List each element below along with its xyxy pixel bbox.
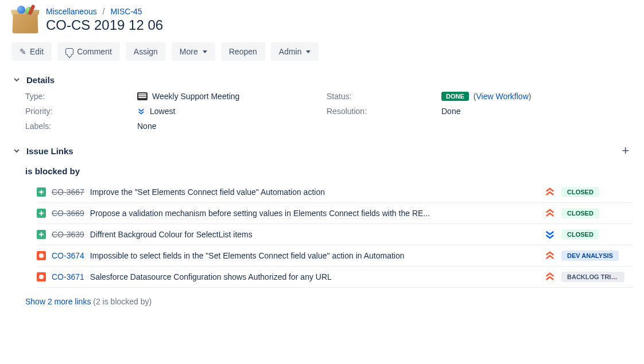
linked-issue-summary: Improve the "Set Elements Connect field … [90,187,538,197]
linked-issue-key[interactable]: CO-3639 [52,230,84,239]
issue-type-icon [37,272,46,281]
linked-issue-key[interactable]: CO-3674 [52,251,84,260]
priority-lowest-icon [137,107,145,115]
linked-issue-key[interactable]: CO-3669 [52,209,84,218]
status-label: Status: [327,92,441,101]
type-value: Weekly Support Meeting [137,92,327,101]
add-link-button[interactable]: + [618,143,633,158]
chevron-down-icon [306,50,311,53]
details-collapse-toggle[interactable] [11,75,22,85]
issue-type-icon [37,209,46,218]
action-toolbar: Edit Comment Assign More Reopen Admin [11,42,633,61]
project-avatar [11,6,39,33]
show-more-links: Show 2 more links (2 is blocked by) [11,297,633,306]
issue-title: CO-CS 2019 12 06 [46,17,163,33]
priority-icon [544,208,556,219]
edit-button[interactable]: Edit [11,42,52,61]
link-row[interactable]: CO-3669Propose a validation mechanism be… [37,203,633,224]
assign-button[interactable]: Assign [126,42,166,61]
issue-header: Miscellaneous / MISC-45 CO-CS 2019 12 06 [11,6,633,33]
comment-icon [65,48,73,55]
linked-issue-status: CLOSED [561,208,599,218]
linked-issue-key[interactable]: CO-3667 [52,187,84,197]
breadcrumb-project-link[interactable]: Miscellaneous [46,7,97,16]
meeting-icon [137,92,148,100]
priority-icon [544,250,556,261]
details-heading: Details [26,75,55,85]
link-row[interactable]: CO-3667Improve the "Set Elements Connect… [37,182,633,203]
links-collapse-toggle[interactable] [11,146,22,156]
resolution-value: Done [441,107,633,116]
linked-issue-key[interactable]: CO-3671 [52,272,84,281]
details-section: Details Type: Weekly Support Meeting Sta… [11,75,633,131]
link-row[interactable]: CO-3639Diffrent Backgroud Colour for Sel… [37,224,633,245]
chevron-down-icon [14,148,20,154]
type-label: Type: [25,92,137,101]
issue-type-icon [37,251,46,260]
linked-issue-status: CLOSED [561,187,599,197]
linked-issue-summary: Propose a validation mechanism before se… [90,209,538,218]
resolution-label: Resolution: [327,107,441,116]
issue-type-icon [37,187,46,197]
linked-issue-summary: Diffrent Backgroud Colour for SelectList… [90,230,538,239]
linked-issue-summary: Impossible to select fields in the "Set … [90,251,538,260]
breadcrumb-separator: / [103,7,105,16]
link-row[interactable]: CO-3671Salesforce Datasource Configurati… [37,267,633,288]
breadcrumb-issue-link[interactable]: MISC-45 [110,7,142,16]
reopen-button[interactable]: Reopen [221,42,265,61]
pencil-icon [20,47,26,56]
linked-issue-status: DEV ANALYSIS [561,251,619,261]
priority-value: Lowest [137,107,327,116]
show-more-detail: (2 is blocked by) [93,297,152,306]
issue-type-icon [37,230,46,239]
view-workflow-link[interactable]: View Workflow [476,92,528,101]
linked-issue-status: CLOSED [561,229,599,240]
link-row[interactable]: CO-3674Impossible to select fields in th… [37,245,633,267]
status-value: DONE (View Workflow) [441,92,633,101]
priority-icon [544,186,556,198]
priority-icon [544,229,556,240]
linked-issue-summary: Salesforce Datasource Configuration show… [90,272,538,281]
link-list: CO-3667Improve the "Set Elements Connect… [25,182,633,288]
show-more-link[interactable]: Show 2 more links [25,297,91,306]
issue-links-heading: Issue Links [26,146,73,156]
admin-button[interactable]: Admin [271,42,319,61]
status-badge: DONE [441,92,469,101]
labels-label: Labels: [25,122,137,131]
chevron-down-icon [14,77,20,83]
more-button[interactable]: More [172,42,215,61]
breadcrumb: Miscellaneous / MISC-45 [46,7,163,16]
chevron-down-icon [203,50,207,53]
priority-icon [544,271,556,283]
link-group-title: is blocked by [25,166,633,176]
priority-label: Priority: [25,107,137,116]
linked-issue-status: BACKLOG TRIA... [561,272,624,282]
issue-links-section: Issue Links + is blocked by CO-3667Impro… [11,143,633,306]
comment-button[interactable]: Comment [57,42,120,61]
labels-value: None [137,122,327,131]
